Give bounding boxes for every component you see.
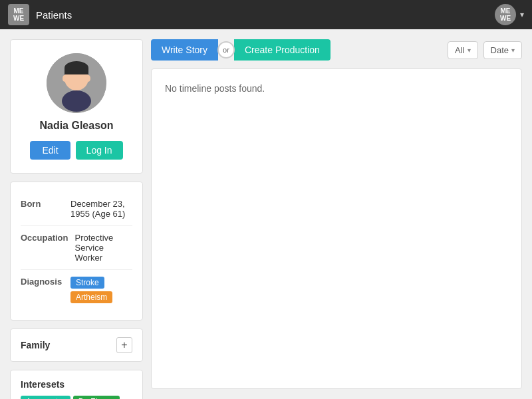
no-posts-message: No timeline posts found. bbox=[165, 83, 265, 94]
nav-user-avatar[interactable]: ME WE bbox=[495, 4, 516, 25]
filter-all-label: All bbox=[455, 45, 464, 55]
right-panel: Write Story or Create Production All ▾ D… bbox=[151, 39, 522, 389]
profile-actions: Edit Log In bbox=[30, 141, 122, 160]
nav-title: Patients bbox=[36, 9, 72, 21]
family-card: Family + bbox=[10, 329, 143, 362]
diagnosis-label: Diagnosis bbox=[21, 277, 64, 303]
toolbar-right: All ▾ Date ▾ bbox=[448, 41, 522, 59]
interests-title: Interesets bbox=[21, 379, 65, 390]
login-button[interactable]: Log In bbox=[76, 141, 123, 160]
nav-right: ME WE ▾ bbox=[495, 4, 524, 25]
profile-card: Nadia Gleason Edit Log In bbox=[10, 39, 143, 174]
family-section-header: Family + bbox=[21, 337, 132, 353]
family-title: Family bbox=[21, 340, 50, 350]
filter-all-chevron-icon: ▾ bbox=[467, 47, 471, 54]
or-badge: or bbox=[217, 41, 235, 59]
svg-point-6 bbox=[86, 75, 90, 82]
avatar bbox=[47, 53, 106, 113]
filter-all-button[interactable]: All ▾ bbox=[448, 41, 477, 59]
svg-point-1 bbox=[62, 90, 91, 112]
main-layout: Nadia Gleason Edit Log In Born December … bbox=[0, 29, 532, 399]
interest-tags: Aspernatur Dr. Zivago bbox=[21, 396, 132, 399]
nav-logo[interactable]: ME WE bbox=[8, 4, 29, 25]
nav-chevron-icon[interactable]: ▾ bbox=[520, 10, 524, 19]
patient-name: Nadia Gleason bbox=[39, 120, 113, 132]
tag-drzivago: Dr. Zivago bbox=[73, 396, 120, 399]
filter-date-label: Date bbox=[491, 45, 509, 55]
filter-date-button[interactable]: Date ▾ bbox=[483, 41, 522, 59]
timeline-area: No timeline posts found. bbox=[151, 68, 522, 389]
born-value: December 23, 1955 (Age 61) bbox=[70, 199, 132, 219]
edit-button[interactable]: Edit bbox=[30, 141, 70, 160]
diagnosis-tags: Stroke Artheism bbox=[70, 277, 132, 303]
diagnosis-row: Diagnosis Stroke Artheism bbox=[21, 270, 132, 310]
top-nav: ME WE Patients ME WE ▾ bbox=[0, 0, 532, 29]
occupation-row: Occupation Protective Service Worker bbox=[21, 226, 132, 270]
born-row: Born December 23, 1955 (Age 61) bbox=[21, 192, 132, 226]
family-add-button[interactable]: + bbox=[116, 337, 132, 353]
occupation-label: Occupation bbox=[21, 233, 68, 263]
toolbar-left: Write Story or Create Production bbox=[151, 39, 331, 61]
nav-left: ME WE Patients bbox=[8, 4, 72, 25]
tag-artheism: Artheism bbox=[70, 291, 112, 303]
svg-rect-4 bbox=[65, 68, 88, 74]
filter-date-chevron-icon: ▾ bbox=[511, 47, 515, 54]
toolbar: Write Story or Create Production All ▾ D… bbox=[151, 39, 522, 61]
left-panel: Nadia Gleason Edit Log In Born December … bbox=[10, 39, 143, 389]
svg-point-5 bbox=[63, 75, 66, 82]
tag-stroke: Stroke bbox=[70, 277, 104, 289]
info-card: Born December 23, 1955 (Age 61) Occupati… bbox=[10, 182, 143, 321]
occupation-value: Protective Service Worker bbox=[75, 233, 132, 263]
interests-card: Interesets Aspernatur Dr. Zivago bbox=[10, 370, 143, 399]
born-label: Born bbox=[21, 199, 64, 219]
tag-aspernatur: Aspernatur bbox=[21, 396, 70, 399]
create-production-button[interactable]: Create Production bbox=[234, 39, 331, 61]
write-story-button[interactable]: Write Story bbox=[151, 39, 218, 61]
